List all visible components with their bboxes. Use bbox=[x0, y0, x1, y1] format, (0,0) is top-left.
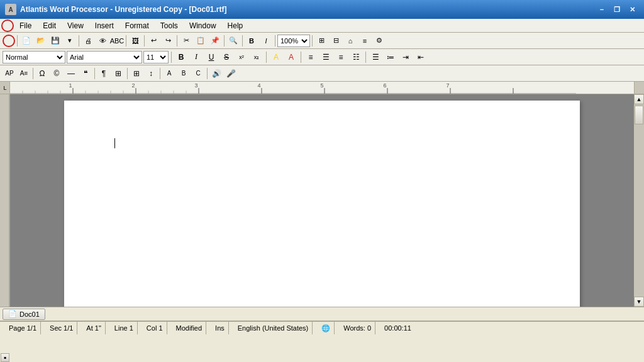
more-btn4[interactable]: ≡ bbox=[358, 34, 372, 48]
document-page[interactable]: ALL PC World All Apps For Free From Here bbox=[64, 101, 580, 307]
lang-icon: 🌐 bbox=[318, 322, 335, 334]
sym-btn[interactable]: © bbox=[50, 67, 64, 80]
align-right-btn[interactable]: ≡ bbox=[334, 51, 348, 63]
document-area[interactable]: ALL PC World All Apps For Free From Here bbox=[10, 94, 634, 307]
restore-button[interactable]: ❐ bbox=[610, 3, 624, 16]
menu-window[interactable]: Window bbox=[184, 19, 222, 32]
strikethrough-btn[interactable]: S bbox=[219, 51, 233, 63]
abc3-btn[interactable]: C bbox=[191, 67, 205, 80]
spell2-btn[interactable]: AP bbox=[3, 67, 16, 80]
mic-btn[interactable]: 🎤 bbox=[224, 67, 238, 80]
open-btn[interactable]: 📂 bbox=[34, 34, 48, 48]
tb3-sep3 bbox=[127, 68, 128, 79]
more-btn3[interactable]: ⌂ bbox=[343, 34, 357, 48]
sep8 bbox=[275, 35, 275, 47]
abc2-btn[interactable]: B bbox=[177, 67, 191, 80]
thes-btn[interactable]: A≡ bbox=[17, 67, 31, 80]
menu-insert[interactable]: Insert bbox=[89, 19, 119, 32]
svg-text:5: 5 bbox=[320, 82, 323, 89]
menu-file[interactable]: File bbox=[14, 19, 37, 32]
cut-btn[interactable]: ✂ bbox=[179, 34, 193, 48]
app-logo[interactable] bbox=[1, 19, 14, 32]
italic-tb-btn[interactable]: I bbox=[259, 34, 273, 48]
indent-btn[interactable]: ⇥ bbox=[399, 51, 413, 63]
menu-help[interactable]: Help bbox=[222, 19, 249, 32]
close-button[interactable]: ✕ bbox=[625, 3, 639, 16]
zoom-select[interactable]: 100% 75% 150% bbox=[277, 35, 310, 47]
sep5 bbox=[177, 35, 177, 47]
fmt-sep3 bbox=[301, 52, 301, 63]
numbering-btn[interactable]: ≔ bbox=[384, 51, 397, 63]
doc-tab-label: Doc01 bbox=[19, 310, 40, 318]
preview-btn[interactable]: 👁 bbox=[96, 34, 109, 48]
menu-edit[interactable]: Edit bbox=[37, 19, 62, 32]
undo-btn[interactable]: ↩ bbox=[147, 34, 160, 48]
print-btn[interactable]: 🖨 bbox=[81, 34, 95, 48]
fmt-sep1 bbox=[171, 52, 172, 63]
doc-tab[interactable]: 📄 Doc01 bbox=[3, 309, 45, 320]
quote-btn[interactable]: ❝ bbox=[79, 67, 92, 80]
taskbar: 📄 Doc01 bbox=[0, 307, 644, 321]
more-btn5[interactable]: ⚙ bbox=[372, 34, 386, 48]
fmt-sep4 bbox=[365, 52, 366, 63]
minimize-button[interactable]: − bbox=[595, 3, 609, 16]
size-select[interactable]: 11 12 14 16 bbox=[143, 51, 169, 63]
outdent-btn[interactable]: ⇤ bbox=[414, 51, 428, 63]
text-cursor bbox=[114, 138, 115, 148]
spell-btn[interactable]: ABC bbox=[110, 34, 124, 48]
new-btn[interactable]: 📄 bbox=[19, 34, 33, 48]
style3-btn[interactable]: ⊞ bbox=[111, 67, 125, 80]
copy-btn[interactable]: 📋 bbox=[194, 34, 208, 48]
paste-btn[interactable]: 📌 bbox=[208, 34, 222, 48]
find-btn[interactable]: 🔍 bbox=[226, 34, 240, 48]
save-drop[interactable]: ▾ bbox=[63, 34, 77, 48]
quick-access-btn[interactable] bbox=[3, 35, 15, 47]
scroll-down-btn[interactable]: ▼ bbox=[634, 297, 644, 307]
sep2 bbox=[79, 35, 79, 47]
font-color-btn[interactable]: A bbox=[284, 51, 298, 63]
tb3-sep4 bbox=[160, 68, 160, 79]
italic-btn[interactable]: I bbox=[189, 51, 203, 63]
subscript-btn[interactable]: x₂ bbox=[250, 51, 264, 63]
bold-btn[interactable]: B bbox=[174, 51, 188, 63]
col-status: Col 1 bbox=[143, 322, 167, 334]
align-left-btn[interactable]: ≡ bbox=[304, 51, 318, 63]
style2-btn[interactable]: ¶ bbox=[97, 67, 111, 80]
more-btn2[interactable]: ⊟ bbox=[329, 34, 343, 48]
menu-format[interactable]: Format bbox=[119, 19, 155, 32]
main-area: ALL PC World All Apps For Free From Here… bbox=[0, 94, 644, 307]
img-btn[interactable]: 🖼 bbox=[128, 34, 142, 48]
abc-btn[interactable]: A bbox=[162, 67, 176, 80]
scroll-up-btn[interactable]: ▲ bbox=[634, 94, 644, 104]
menu-view[interactable]: View bbox=[62, 19, 89, 32]
justify-btn[interactable]: ☷ bbox=[349, 51, 363, 63]
align-center-btn[interactable]: ☰ bbox=[319, 51, 333, 63]
svg-text:1: 1 bbox=[69, 82, 72, 89]
char-btn[interactable]: Ω bbox=[35, 67, 49, 80]
time-status: 00:00:11 bbox=[380, 322, 415, 334]
underline-btn[interactable]: U bbox=[204, 51, 218, 63]
font-select[interactable]: Arial Times New Roman Courier New bbox=[67, 51, 142, 63]
save-btn[interactable]: 💾 bbox=[48, 34, 62, 48]
superscript-btn[interactable]: x² bbox=[235, 51, 248, 63]
sep4 bbox=[144, 35, 145, 47]
pos-status: At 1" bbox=[82, 322, 105, 334]
words-status: Words: 0 bbox=[340, 322, 375, 334]
svg-text:2: 2 bbox=[131, 82, 135, 89]
highlight-btn[interactable]: A bbox=[269, 51, 283, 63]
bullets-btn[interactable]: ☰ bbox=[369, 51, 382, 63]
more-btn1[interactable]: ⊞ bbox=[314, 34, 328, 48]
tbl-btn[interactable]: ⊞ bbox=[130, 67, 143, 80]
scroll-track[interactable] bbox=[634, 104, 644, 297]
sep7 bbox=[242, 35, 243, 47]
window-controls: − ❐ ✕ bbox=[595, 3, 639, 16]
redo-btn[interactable]: ↪ bbox=[161, 34, 175, 48]
scroll-thumb[interactable] bbox=[635, 106, 643, 124]
sep3 bbox=[126, 35, 126, 47]
speaker-btn[interactable]: 🔊 bbox=[209, 67, 223, 80]
sort-btn[interactable]: ↕ bbox=[144, 67, 158, 80]
bold-tb-btn[interactable]: B bbox=[245, 34, 258, 48]
style-select[interactable]: Normal Heading 1 Heading 2 bbox=[3, 51, 65, 63]
dash-btn[interactable]: — bbox=[64, 67, 78, 80]
menu-tools[interactable]: Tools bbox=[155, 19, 184, 32]
